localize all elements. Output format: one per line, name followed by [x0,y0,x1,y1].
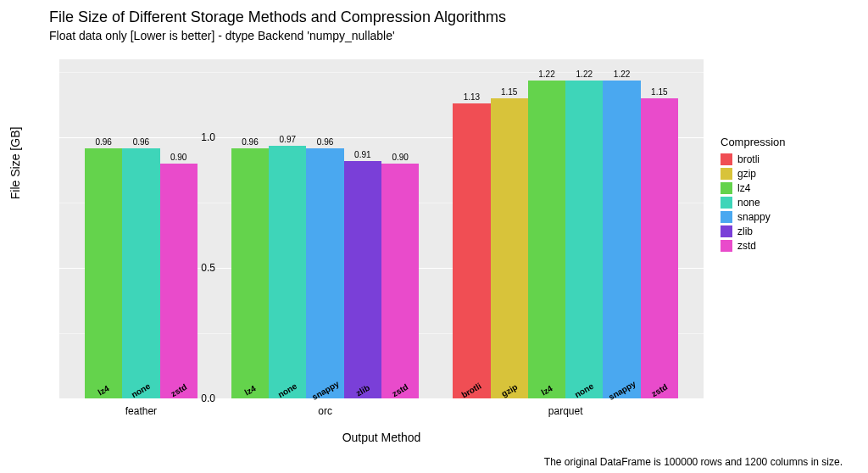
bar-value-label: 0.96 [242,137,258,147]
gridline [59,398,704,399]
bar-parquet-zstd [641,98,678,398]
legend-swatch [721,240,732,252]
legend-item-zlib: zlib [721,225,786,237]
legend-swatch [721,225,732,237]
chart-subtitle: Float data only [Lower is better] - dtyp… [49,29,395,42]
bar-orc-none [269,146,306,398]
y-tick-label: 0.0 [201,392,215,404]
bar-feather-lz4 [85,148,122,398]
bar-value-label: 0.91 [354,150,370,159]
legend-item-brotli: brotli [721,153,786,165]
chart-title: File Size of Different Storage Methods a… [49,8,506,26]
legend-item-zstd: zstd [721,240,786,252]
legend-label: snappy [737,211,771,223]
chart-container: File Size of Different Storage Methods a… [0,0,868,473]
legend-swatch [721,197,732,209]
bar-orc-zstd [381,164,419,398]
bar-orc-zlib [344,161,381,398]
bar-value-label: 1.22 [576,70,593,79]
legend: Compression brotligziplz4nonesnappyzlibz… [721,136,786,254]
legend-label: zlib [737,225,753,237]
legend-swatch [721,168,732,180]
bar-value-label: 0.96 [133,137,149,147]
bar-parquet-lz4 [528,81,565,398]
legend-item-gzip: gzip [721,168,786,180]
y-axis-label: File Size [GB] [8,127,22,200]
bar-parquet-brotli [453,103,490,398]
y-tick-label: 0.5 [201,262,215,274]
x-group-label-parquet: parquet [548,405,583,417]
legend-item-snappy: snappy [721,211,786,223]
bar-parquet-none [565,81,603,398]
x-group-label-feather: feather [125,405,157,417]
bar-value-label: 0.96 [317,137,333,147]
bar-value-label: 1.13 [464,92,480,102]
bar-feather-zstd [160,164,198,398]
legend-swatch [721,211,732,223]
bar-value-label: 0.97 [280,135,296,144]
legend-item-lz4: lz4 [721,182,786,194]
plot-area: 0.96lz40.96none0.90zstd0.96lz40.97none0.… [59,59,704,398]
x-group-label-orc: orc [318,405,332,417]
legend-label: lz4 [737,182,750,194]
bar-feather-none [122,148,159,398]
bar-value-label: 1.22 [538,70,554,79]
legend-swatch [721,153,732,165]
legend-label: zstd [737,240,756,252]
legend-title: Compression [721,136,786,148]
bar-orc-snappy [306,148,343,398]
legend-swatch [721,182,732,194]
legend-label: gzip [737,168,756,180]
bar-value-label: 0.90 [170,153,186,162]
bar-parquet-snappy [603,81,640,398]
legend-label: brotli [737,153,760,165]
legend-item-none: none [721,197,786,209]
bar-parquet-gzip [491,98,528,398]
y-tick-label: 1.0 [201,131,215,143]
legend-label: none [737,197,760,209]
chart-caption: The original DataFrame is 100000 rows an… [544,456,843,468]
bar-value-label: 1.22 [614,70,630,79]
bar-value-label: 1.15 [651,87,667,97]
bar-value-label: 1.15 [501,87,517,97]
bar-orc-lz4 [231,148,269,398]
bar-value-label: 0.96 [95,137,111,147]
bar-value-label: 0.90 [392,153,408,162]
x-axis-label: Output Method [59,431,704,444]
gridline-minor [59,72,704,73]
